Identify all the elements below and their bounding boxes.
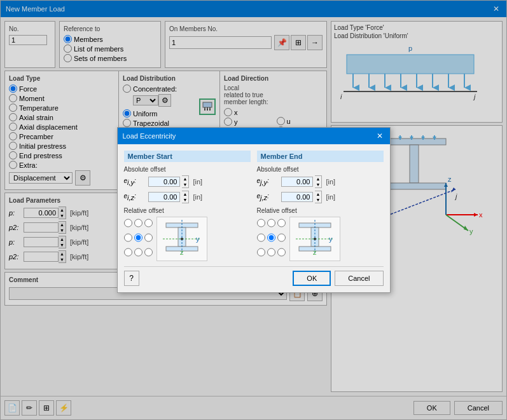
e-r1[interactable] — [257, 217, 265, 229]
eiy-down[interactable]: ▼ — [182, 182, 189, 187]
eiz-label: ei,z: — [124, 193, 146, 201]
s-r7[interactable] — [124, 246, 132, 259]
eiy-spinner-btns: ▲ ▼ — [182, 175, 190, 188]
eiy-row: ei,y: ▲ ▼ [in] — [124, 175, 251, 188]
member-start-col: Member Start Absolute offset ei,y: ▲ ▼ — [124, 151, 251, 261]
start-cross-diagram: y z — [156, 217, 207, 261]
eiz-up[interactable]: ▲ — [182, 191, 189, 197]
e-r5[interactable] — [267, 231, 275, 244]
member-end-header: Member End — [257, 151, 384, 162]
abs-offset-end-label: Absolute offset — [257, 166, 384, 173]
eiz-spinner — [148, 192, 180, 202]
ejy-spinner — [281, 177, 313, 187]
e-r9[interactable] — [277, 246, 286, 259]
eiy-up[interactable]: ▲ — [182, 176, 189, 182]
ejy-spinner-btns: ▲ ▼ — [315, 175, 323, 188]
e-r4[interactable] — [257, 231, 265, 244]
ejy-label: ej,y: — [257, 177, 279, 186]
svg-text:y: y — [196, 235, 200, 243]
ejz-spinner — [281, 192, 313, 202]
s-r2[interactable] — [134, 217, 142, 229]
modal-dialog: Load Eccentricity ✕ Member Start Absolut… — [117, 127, 391, 293]
ejz-input[interactable] — [281, 192, 313, 202]
rel-offset-end-label: Relative offset — [257, 207, 384, 214]
s-r3[interactable] — [144, 217, 153, 229]
end-radio-area: y z — [257, 217, 384, 261]
svg-text:z: z — [180, 248, 184, 256]
e-r3[interactable] — [277, 217, 286, 229]
modal-bottom-row: ? OK Cancel — [124, 266, 384, 286]
svg-text:y: y — [329, 235, 333, 243]
modal-title-bar: Load Eccentricity ✕ — [118, 128, 390, 144]
start-radio-grid — [124, 217, 153, 259]
end-cross-svg: y z — [293, 220, 337, 258]
svg-text:z: z — [313, 248, 317, 256]
rel-offset-start-label: Relative offset — [124, 207, 251, 214]
s-r6[interactable] — [144, 231, 153, 244]
ejy-unit: [in] — [326, 178, 335, 186]
modal-content: Member Start Absolute offset ei,y: ▲ ▼ — [118, 144, 390, 292]
eiy-spinner — [148, 177, 180, 187]
modal-ok-button[interactable]: OK — [293, 271, 331, 286]
svg-point-60 — [314, 238, 316, 240]
e-r8[interactable] — [267, 246, 275, 259]
main-dialog: New Member Load ✕ No. Reference to Membe… — [0, 0, 507, 420]
member-end-col: Member End Absolute offset ej,y: ▲ ▼ [ — [257, 151, 384, 261]
modal-cancel-button[interactable]: Cancel — [335, 271, 383, 286]
ejy-row: ej,y: ▲ ▼ [in] — [257, 175, 384, 188]
eiz-spinner-btns: ▲ ▼ — [182, 191, 190, 203]
modal-title: Load Eccentricity — [123, 132, 176, 140]
e-r6[interactable] — [277, 231, 286, 244]
ejy-up[interactable]: ▲ — [315, 176, 322, 182]
s-r4[interactable] — [124, 231, 132, 244]
ejy-input[interactable] — [281, 177, 313, 187]
end-radio-grid — [257, 217, 286, 259]
start-cross-svg: y z — [160, 220, 204, 258]
eiz-input[interactable] — [148, 192, 180, 202]
modal-buttons: OK Cancel — [293, 271, 383, 286]
ejz-row: ej,z: ▲ ▼ [in] — [257, 191, 384, 203]
ejz-down[interactable]: ▼ — [315, 197, 322, 203]
modal-close-button[interactable]: ✕ — [375, 131, 385, 141]
s-r1[interactable] — [124, 217, 132, 229]
modal-help-btn[interactable]: ? — [124, 271, 139, 286]
eiy-label: ei,y: — [124, 177, 146, 186]
modal-overlay: Load Eccentricity ✕ Member Start Absolut… — [1, 1, 506, 419]
s-r8[interactable] — [134, 246, 142, 259]
s-r5[interactable] — [134, 231, 142, 244]
eiz-down[interactable]: ▼ — [182, 197, 189, 203]
ejy-down[interactable]: ▼ — [315, 182, 322, 187]
eiz-row: ei,z: ▲ ▼ [in] — [124, 191, 251, 203]
ejz-up[interactable]: ▲ — [315, 191, 322, 197]
s-r9[interactable] — [144, 246, 153, 259]
ejz-unit: [in] — [326, 193, 335, 201]
modal-two-cols: Member Start Absolute offset ei,y: ▲ ▼ — [124, 151, 384, 261]
abs-offset-start-label: Absolute offset — [124, 166, 251, 173]
svg-point-52 — [181, 238, 183, 240]
ejz-label: ej,z: — [257, 193, 279, 201]
ejz-spinner-btns: ▲ ▼ — [315, 191, 323, 203]
eiy-input[interactable] — [148, 177, 180, 187]
member-start-header: Member Start — [124, 151, 251, 162]
eiy-unit: [in] — [193, 178, 202, 186]
e-r7[interactable] — [257, 246, 265, 259]
start-radio-area: y z — [124, 217, 251, 261]
end-cross-diagram: y z — [289, 217, 340, 261]
e-r2[interactable] — [267, 217, 275, 229]
eiz-unit: [in] — [193, 193, 202, 201]
